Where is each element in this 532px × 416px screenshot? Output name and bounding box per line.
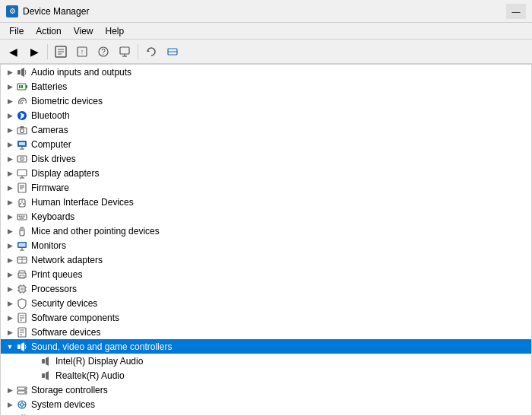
tree-item-keyboards[interactable]: ▶ Keyboards [1,209,531,224]
icon-realtek-audio [40,370,52,382]
svg-rect-33 [18,183,26,192]
tree-item-intel-audio[interactable]: ▶ Intel(R) Display Audio [1,354,531,368]
tree-item-firmware[interactable]: ▶ Firmware [1,180,531,195]
tree-item-softdev[interactable]: ▶ Software devices [1,325,531,339]
toolbar-properties[interactable] [51,43,71,61]
tree-item-print[interactable]: ▶ Print queues [1,267,531,281]
label-usb: Universal Serial Bus controllers [31,414,158,417]
svg-rect-18 [21,85,23,88]
tree-item-softcomp[interactable]: ▶ Software components [1,310,531,325]
tree-item-bluetooth[interactable]: ▶ Bluetooth [1,108,531,122]
toolbar-computer[interactable] [115,43,135,61]
expander-audio[interactable]: ▶ [4,66,16,78]
expander-network[interactable]: ▶ [4,254,16,266]
icon-mice [16,225,28,237]
svg-point-29 [21,158,23,160]
expander-system[interactable]: ▶ [4,399,16,411]
svg-rect-8 [120,47,129,54]
expander-processors[interactable]: ▶ [4,283,16,295]
expander-security[interactable]: ▶ [4,297,16,310]
icon-disk [16,153,28,165]
tree-item-mice[interactable]: ▶ Mice and other pointing devices [1,224,531,238]
label-realtek-audio: Realtek(R) Audio [55,370,125,381]
tree-item-storage[interactable]: ▶ Storage controllers [1,383,531,397]
menu-bar: File Action View Help [0,23,532,40]
icon-print [16,268,28,281]
expander-cameras[interactable]: ▶ [4,124,16,136]
toolbar-update-driver[interactable]: ↑ [72,43,92,61]
tree-item-sound[interactable]: ▼ Sound, video and game controllers [1,339,531,354]
expander-keyboards[interactable]: ▶ [4,211,16,223]
icon-usb [16,413,28,417]
tree-item-security[interactable]: ▶ Security devices [1,296,531,310]
tree-item-computer[interactable]: ▶ Computer [1,137,531,151]
app-icon: ⚙ [6,5,18,17]
expander-monitors[interactable]: ▶ [4,240,16,252]
minimize-button[interactable]: — [506,4,526,19]
svg-rect-41 [17,214,27,220]
tree-item-hid[interactable]: ▶ Human Interface Devices [1,195,531,209]
icon-sound [16,341,28,353]
tree-item-batteries[interactable]: ▶ Batteries [1,79,531,94]
svg-rect-76 [42,359,45,364]
toolbar-help[interactable]: ? [93,43,113,61]
toolbar-sep2 [138,44,138,59]
tree-item-realtek-audio[interactable]: ▶ Realtek(R) Audio [1,368,531,383]
tree-item-display[interactable]: ▶ Display adapters [1,166,531,180]
expander-sound[interactable]: ▼ [4,341,16,353]
icon-intel-audio [40,355,52,367]
tree-item-network[interactable]: ▶ Network adapters [1,252,531,267]
tree-item-usb[interactable]: ▶ Universal Serial Bus controllers [1,411,531,416]
device-tree: ▶ Audio inputs and outputs ▶ Batteries ▶… [0,64,532,416]
tree-item-disk[interactable]: ▶ Disk drives [1,151,531,166]
label-mice: Mice and other pointing devices [31,226,160,237]
tree-item-processors[interactable]: ▶ Processors [1,281,531,296]
label-system: System devices [31,399,95,410]
expander-print[interactable]: ▶ [4,268,16,281]
icon-network [16,254,28,266]
svg-point-39 [20,203,21,205]
label-processors: Processors [31,284,77,294]
toolbar-scan[interactable] [163,43,182,61]
menu-help[interactable]: Help [100,24,131,38]
icon-keyboards [16,211,28,223]
label-biometric: Biometric devices [31,96,103,106]
expander-hid[interactable]: ▶ [4,196,16,208]
expander-usb[interactable]: ▶ [4,413,16,417]
expander-biometric[interactable]: ▶ [4,95,16,107]
tree-item-cameras[interactable]: ▶ Cameras [1,122,531,137]
svg-text:↑: ↑ [81,48,84,56]
expander-disk[interactable]: ▶ [4,153,16,165]
expander-bluetooth[interactable]: ▶ [4,110,16,122]
label-batteries: Batteries [31,81,67,92]
tree-item-monitors[interactable]: ▶ Monitors [1,238,531,252]
menu-file[interactable]: File [3,24,30,38]
toolbar: ◀ ▶ ↑ ? [0,40,532,64]
expander-computer[interactable]: ▶ [4,138,16,151]
toolbar-refresh[interactable] [141,43,161,61]
tree-item-biometric[interactable]: ▶ Biometric devices [1,94,531,108]
svg-rect-43 [21,215,23,217]
expander-batteries[interactable]: ▶ [4,81,16,93]
tree-item-audio[interactable]: ▶ Audio inputs and outputs [1,65,531,79]
icon-batteries [16,81,28,93]
icon-processors [16,283,28,295]
expander-softcomp[interactable]: ▶ [4,312,16,324]
expander-firmware[interactable]: ▶ [4,182,16,194]
expander-display[interactable]: ▶ [4,167,16,179]
label-intel-audio: Intel(R) Display Audio [55,356,143,367]
label-keyboards: Keyboards [31,211,74,222]
expander-softdev[interactable]: ▶ [4,326,16,338]
svg-point-22 [21,129,24,132]
expander-storage[interactable]: ▶ [4,384,16,396]
label-audio: Audio inputs and outputs [31,67,131,78]
icon-softdev [16,326,28,338]
label-display: Display adapters [31,168,99,179]
toolbar-forward[interactable]: ▶ [24,43,44,61]
expander-mice[interactable]: ▶ [4,225,16,237]
menu-view[interactable]: View [68,24,100,38]
toolbar-back[interactable]: ◀ [3,43,23,61]
menu-action[interactable]: Action [30,24,67,38]
tree-item-system[interactable]: ▶ System devices [1,397,531,411]
icon-storage [16,384,28,396]
